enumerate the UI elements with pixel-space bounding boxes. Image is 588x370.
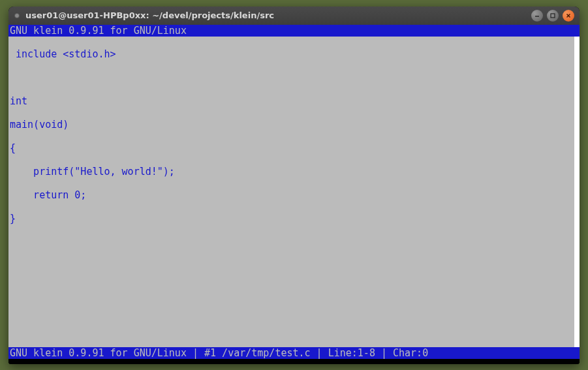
window-controls [531,10,574,22]
code-line: printf("Hello, world!"); [10,166,578,177]
editor-footer: GNU klein 0.9.91 for GNU/Linux | #1 /var… [8,347,580,359]
scrollbar[interactable] [574,37,580,347]
code-line: main(void) [10,119,578,131]
close-button[interactable] [563,10,574,22]
code-line: include <stdio.h> [10,48,578,60]
command-line[interactable] [8,359,580,364]
app-icon [14,12,20,19]
code-line: } [10,213,578,224]
terminal-area[interactable]: GNU klein 0.9.91 for GNU/Linux include <… [8,25,580,364]
svg-rect-1 [551,14,555,18]
code-line [10,72,578,84]
minimize-button[interactable] [531,10,543,22]
window-title: user01@user01-HPBp0xx: ~/devel/projects/… [25,10,531,20]
editor-body[interactable]: include <stdio.h> int main(void) { print… [8,37,580,347]
code-line: return 0; [10,189,578,201]
maximize-button[interactable] [547,10,559,22]
editor-header: GNU klein 0.9.91 for GNU/Linux [8,25,580,37]
code-line: int [10,95,578,107]
titlebar[interactable]: user01@user01-HPBp0xx: ~/devel/projects/… [8,7,580,25]
terminal-window: user01@user01-HPBp0xx: ~/devel/projects/… [8,7,580,364]
code-line: { [10,142,578,154]
